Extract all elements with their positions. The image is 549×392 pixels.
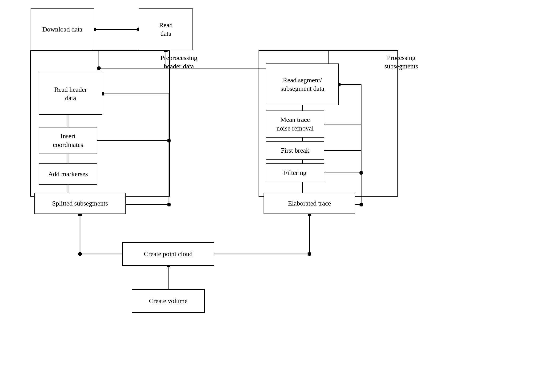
svg-point-44: [307, 252, 311, 256]
elaborated-trace-node: Elaborated trace: [264, 193, 355, 214]
elaborated-trace-label: Elaborated trace: [288, 199, 331, 208]
first-break-node: First break: [266, 141, 324, 160]
download-data-label: Download data: [42, 25, 82, 34]
read-data-node: Readdata: [139, 8, 193, 50]
svg-point-43: [78, 252, 82, 256]
read-header-data-node: Read headerdata: [39, 73, 102, 115]
processing-label: Processingsubsegments: [374, 54, 428, 71]
svg-point-39: [97, 66, 101, 70]
filtering-label: Filtering: [284, 169, 307, 177]
svg-point-46: [167, 139, 171, 142]
splitted-subsegments-node: Splitted subsegments: [34, 193, 126, 214]
create-volume-node: Create volume: [132, 289, 205, 313]
preprocessing-label: Preprocessingheader data: [151, 54, 207, 71]
create-point-cloud-node: Create point cloud: [122, 242, 214, 266]
read-header-data-label: Read headerdata: [54, 85, 87, 103]
splitted-subsegments-label: Splitted subsegments: [52, 199, 108, 208]
mean-trace-label: Mean tracenoise removal: [277, 115, 314, 133]
read-data-label: Readdata: [159, 21, 173, 38]
diagram-container: Download data Readdata Preprocessinghead…: [0, 0, 549, 392]
add-markers-node: Add markerses: [39, 163, 97, 185]
download-data-node: Download data: [31, 8, 94, 50]
first-break-label: First break: [281, 146, 309, 155]
insert-coordinates-label: Insertcoordinates: [53, 132, 83, 149]
insert-coordinates-node: Insertcoordinates: [39, 127, 97, 154]
filtering-node: Filtering: [266, 163, 324, 182]
create-volume-label: Create volume: [149, 297, 188, 305]
read-segment-label: Read segment/subsegment data: [280, 76, 324, 93]
create-point-cloud-label: Create point cloud: [144, 250, 193, 258]
mean-trace-node: Mean tracenoise removal: [266, 111, 324, 138]
svg-point-41: [167, 203, 171, 206]
svg-point-42: [359, 203, 363, 206]
read-segment-node: Read segment/subsegment data: [266, 63, 339, 105]
svg-point-47: [359, 171, 363, 175]
add-markers-label: Add markerses: [48, 170, 88, 178]
